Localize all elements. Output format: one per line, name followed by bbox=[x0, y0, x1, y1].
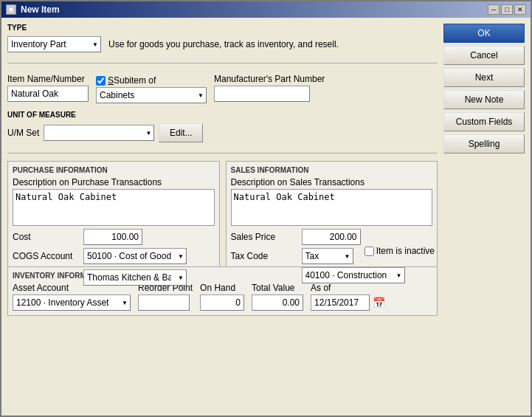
as-of-label: As of bbox=[311, 283, 385, 293]
calendar-icon[interactable]: 📅 bbox=[373, 297, 385, 309]
cost-input[interactable] bbox=[83, 229, 142, 245]
price-label: Sales Price bbox=[231, 232, 297, 242]
asset-select[interactable]: 12100 · Inventory Asset bbox=[13, 294, 131, 311]
purchase-description[interactable]: Natural Oak Cabinet bbox=[13, 189, 215, 226]
manufacturers-input[interactable] bbox=[214, 86, 310, 102]
titlebar: ■ New Item ─ □ ✕ bbox=[1, 1, 531, 18]
main-area: TYPE Inventory Part Non-inventory Part O… bbox=[7, 24, 438, 410]
item-name-group: Item Name/Number bbox=[7, 74, 89, 102]
type-row: Inventory Part Non-inventory Part Other … bbox=[7, 33, 438, 55]
as-of-input[interactable] bbox=[311, 294, 370, 311]
subitem-checkbox-row: SSubitem of bbox=[96, 75, 207, 86]
inactive-row: Item is inactive bbox=[7, 246, 438, 256]
uom-dropdown[interactable] bbox=[44, 125, 154, 141]
on-hand-label: On Hand bbox=[200, 283, 244, 293]
price-input[interactable] bbox=[302, 229, 361, 245]
total-value-input[interactable] bbox=[252, 294, 303, 311]
subitem-select[interactable]: Cabinets bbox=[96, 87, 207, 103]
new-note-button[interactable]: New Note bbox=[443, 90, 525, 109]
subitem-label: SSubitem of bbox=[108, 75, 156, 86]
on-hand-input[interactable] bbox=[200, 294, 244, 311]
subitem-group: SSubitem of Cabinets bbox=[96, 74, 207, 103]
tax-dropdown[interactable]: Tax bbox=[302, 248, 353, 264]
cost-label: Cost bbox=[13, 232, 79, 242]
type-description: Use for goods you purchase, track as inv… bbox=[108, 39, 339, 49]
uom-section: UNIT OF MEASURE U/M Set Edit... bbox=[7, 111, 438, 145]
on-hand-group: On Hand bbox=[200, 283, 244, 311]
income-select[interactable]: 40100 · Construction I... bbox=[302, 267, 405, 283]
inactive-checkbox-row: Item is inactive bbox=[365, 246, 435, 256]
cancel-button[interactable]: Cancel bbox=[443, 46, 525, 65]
purchase-label: PURCHASE INFORMATION bbox=[13, 166, 215, 174]
divider-1 bbox=[7, 63, 438, 63]
minimize-button[interactable]: ─ bbox=[488, 4, 500, 15]
asset-group: Asset Account 12100 · Inventory Asset bbox=[13, 283, 131, 311]
spelling-button[interactable]: Spelling bbox=[443, 134, 525, 154]
manufacturers-label: Manufacturer's Part Number bbox=[214, 74, 325, 84]
edit-button[interactable]: Edit... bbox=[159, 123, 203, 142]
custom-fields-button[interactable]: Custom Fields bbox=[443, 112, 525, 131]
uom-section-label: UNIT OF MEASURE bbox=[7, 111, 438, 119]
total-value-label: Total Value bbox=[252, 283, 303, 293]
price-row: Sales Price bbox=[231, 229, 433, 245]
inactive-label: Item is inactive bbox=[376, 246, 435, 256]
total-value-group: Total Value bbox=[252, 283, 303, 311]
cost-row: Cost bbox=[13, 229, 215, 245]
item-fields-row: Item Name/Number SSubitem of Cabinets bbox=[7, 71, 438, 106]
subitem-dropdown[interactable]: Cabinets bbox=[96, 87, 207, 103]
type-dropdown[interactable]: Inventory Part Non-inventory Part Other … bbox=[7, 36, 101, 52]
next-button[interactable]: Next bbox=[443, 68, 525, 87]
reorder-group: Reorder Point bbox=[138, 283, 193, 311]
vendor-dropdown[interactable]: Thomas Kitchen & Bath bbox=[83, 269, 187, 286]
item-name-label: Item Name/Number bbox=[7, 74, 89, 84]
purchase-desc-label: Description on Purchase Transactions bbox=[13, 177, 215, 187]
subitem-checkbox[interactable] bbox=[96, 76, 106, 86]
as-of-group: As of 📅 bbox=[311, 283, 385, 311]
sales-description[interactable]: Natural Oak Cabinet bbox=[231, 189, 433, 226]
new-item-window: ■ New Item ─ □ ✕ TYPE Inventory Part Non… bbox=[0, 0, 532, 417]
window-title: New Item bbox=[21, 4, 60, 15]
close-button[interactable]: ✕ bbox=[514, 4, 526, 15]
income-dropdown[interactable]: 40100 · Construction I... bbox=[302, 267, 405, 283]
type-section: TYPE Inventory Part Non-inventory Part O… bbox=[7, 24, 438, 55]
titlebar-controls: ─ □ ✕ bbox=[488, 4, 526, 15]
uom-select[interactable] bbox=[44, 125, 154, 141]
manufacturers-group: Manufacturer's Part Number bbox=[214, 74, 325, 102]
cogs-dropdown[interactable]: 50100 · Cost of Goods... bbox=[83, 248, 187, 264]
sales-desc-label: Description on Sales Transactions bbox=[231, 177, 433, 187]
ok-button[interactable]: OK bbox=[443, 24, 525, 43]
cogs-select[interactable]: 50100 · Cost of Goods... bbox=[83, 248, 187, 264]
maximize-button[interactable]: □ bbox=[501, 4, 513, 15]
content-area: TYPE Inventory Part Non-inventory Part O… bbox=[1, 18, 531, 416]
reorder-input[interactable] bbox=[138, 294, 190, 311]
inventory-row: Asset Account 12100 · Inventory Asset Re… bbox=[13, 283, 432, 311]
uom-row: U/M Set Edit... bbox=[7, 120, 438, 145]
inactive-checkbox[interactable] bbox=[365, 247, 374, 256]
window-icon: ■ bbox=[6, 4, 16, 15]
type-label: TYPE bbox=[7, 24, 438, 32]
vendor-select[interactable]: Thomas Kitchen & Bath bbox=[83, 269, 187, 286]
sales-label: SALES INFORMATION bbox=[231, 166, 433, 174]
type-select[interactable]: Inventory Part Non-inventory Part Other … bbox=[7, 36, 101, 52]
item-name-input[interactable] bbox=[7, 86, 89, 102]
um-set-label: U/M Set bbox=[7, 128, 39, 138]
asset-dropdown[interactable]: 12100 · Inventory Asset bbox=[13, 294, 131, 311]
sidebar: OK Cancel Next New Note Custom Fields Sp… bbox=[443, 24, 525, 410]
divider-2 bbox=[7, 153, 438, 154]
tax-select[interactable]: Tax bbox=[302, 248, 353, 264]
